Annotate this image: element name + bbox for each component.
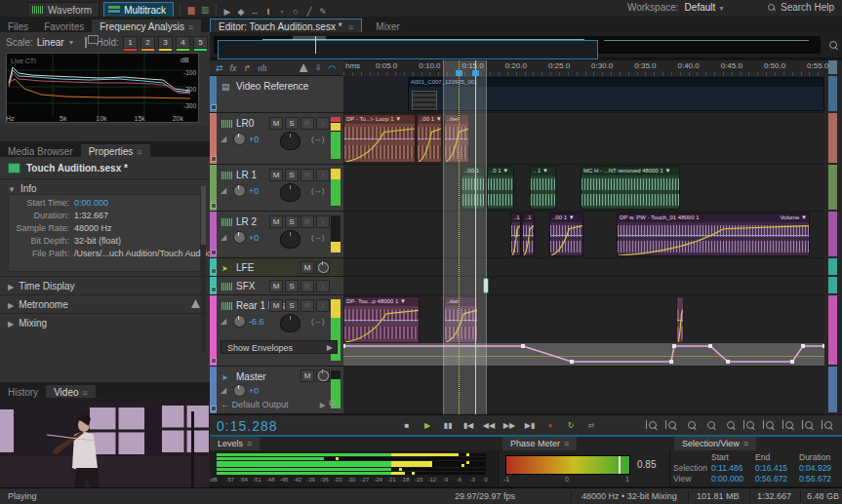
- time-display[interactable]: 0:15.288: [217, 418, 278, 434]
- metronome-icon[interactable]: [191, 299, 200, 308]
- volume-value[interactable]: -6.6: [249, 317, 264, 327]
- vertical-scrollbar[interactable]: [828, 60, 837, 74]
- timeline-ruler[interactable]: 0:05.00:10.00:15.00:20.00:25.00:30.00:35…: [343, 60, 824, 77]
- skip-to-start-button[interactable]: ▮◀: [461, 419, 475, 432]
- brush-tool-icon[interactable]: ✎: [316, 7, 330, 17]
- copy-graph-icon[interactable]: [85, 37, 87, 48]
- track-r-button[interactable]: R: [301, 169, 314, 181]
- track-header-master[interactable]: Master➤M◢+0← Default Output▶Ø: [210, 367, 343, 414]
- zoom-out-full-vertical-button[interactable]: [704, 419, 717, 432]
- zoom-to-selection-button[interactable]: [822, 419, 834, 432]
- pause-button[interactable]: ▮▮: [441, 419, 455, 432]
- navigator-viewport[interactable]: [218, 40, 598, 59]
- track-name[interactable]: LR0: [236, 118, 254, 129]
- hold-button-2[interactable]: 2: [140, 36, 155, 49]
- section-mixing[interactable]: ▶Mixing: [0, 313, 210, 331]
- clip[interactable]: ..00 1 ▼: [417, 114, 442, 163]
- track-s-button[interactable]: S: [285, 169, 299, 181]
- stereo-link-icon[interactable]: (↔): [311, 135, 324, 143]
- volume-value[interactable]: +0: [249, 233, 259, 243]
- tab-selection-view[interactable]: Selection/View≡: [674, 437, 756, 450]
- clip[interactable]: [676, 296, 684, 343]
- track-m-button[interactable]: M: [269, 299, 283, 312]
- monitor-icon[interactable]: ◠: [328, 63, 336, 73]
- marquee-selection-tool-icon[interactable]: ▫: [275, 7, 289, 17]
- slip-tool-icon[interactable]: ↔: [248, 7, 261, 17]
- zoom-in-at-in-point-button[interactable]: [646, 419, 659, 432]
- line-tool-icon[interactable]: ╱: [302, 7, 316, 17]
- time-value[interactable]: 0:00.000: [711, 474, 755, 484]
- hold-button-5[interactable]: 5: [193, 36, 208, 49]
- bypass-icon[interactable]: Ø: [329, 398, 336, 407]
- razor-tool-icon[interactable]: ◆: [234, 7, 248, 17]
- track-i-button[interactable]: I: [316, 169, 330, 181]
- hold-button-1[interactable]: 1: [123, 36, 138, 49]
- show-envelopes-button[interactable]: Show Envelopes▶: [221, 340, 338, 354]
- multitrack-view-button[interactable]: Multitrack: [103, 2, 174, 19]
- skip-to-end-button[interactable]: ▶▮: [523, 419, 537, 432]
- clip[interactable]: MC H - ...NT removed 48000 1 ▼: [581, 166, 680, 210]
- hold-button-4[interactable]: 4: [176, 36, 190, 49]
- track-power-button[interactable]: [316, 261, 330, 274]
- chevron-down-icon[interactable]: ▼: [68, 39, 75, 46]
- track-i-button[interactable]: I: [316, 299, 330, 312]
- playhead-line[interactable]: [475, 60, 476, 414]
- info-field-value[interactable]: 0:00.000: [74, 198, 108, 208]
- pan-knob[interactable]: [280, 132, 301, 150]
- play-button[interactable]: ▶: [421, 419, 434, 432]
- selection-in-handle[interactable]: [456, 70, 462, 76]
- track-header-sfx[interactable]: SFXMSRI: [210, 277, 343, 295]
- track-s-button[interactable]: S: [285, 215, 299, 228]
- track-i-button[interactable]: I: [316, 280, 330, 292]
- track-lane-sfx[interactable]: [343, 277, 824, 295]
- volume-knob[interactable]: [233, 184, 246, 197]
- track-m-button[interactable]: M: [269, 169, 283, 181]
- metronome-icon[interactable]: [300, 63, 308, 72]
- workspace-selector[interactable]: Workspace:Default ▼: [627, 2, 725, 13]
- panel-menu-icon[interactable]: ≡: [137, 147, 141, 157]
- sends-icon[interactable]: ↱: [244, 63, 252, 73]
- loop-playback-button[interactable]: ↻: [564, 419, 578, 432]
- record-button[interactable]: ●: [543, 419, 557, 432]
- section-time-display[interactable]: ▶Time Display: [0, 276, 210, 294]
- tab-levels[interactable]: Levels≡: [210, 437, 260, 450]
- clip[interactable]: ..0 1 ▼: [487, 166, 514, 210]
- track-name[interactable]: Master: [236, 371, 266, 382]
- track-select-box[interactable]: [211, 268, 217, 274]
- volume-knob[interactable]: [233, 231, 246, 244]
- tab-phase-meter[interactable]: Phase Meter≡: [502, 437, 577, 450]
- track-i-button[interactable]: I: [316, 215, 330, 228]
- track-m-button[interactable]: M: [269, 215, 283, 228]
- track-m-button[interactable]: M: [301, 369, 314, 382]
- track-s-button[interactable]: S: [285, 299, 299, 312]
- zoom-in-horizontal-button[interactable]: [743, 419, 756, 432]
- track-select-box[interactable]: [211, 203, 217, 209]
- time-value[interactable]: 0:11.486: [711, 463, 755, 473]
- pan-knob[interactable]: [280, 183, 301, 202]
- track-m-button[interactable]: M: [269, 117, 283, 130]
- track-header-lr1[interactable]: LR 1MSRI◢+0(↔): [210, 165, 343, 212]
- panel-menu-icon[interactable]: ≡: [83, 388, 88, 398]
- drop-zone-icon[interactable]: ⇩: [315, 63, 322, 72]
- lasso-selection-tool-icon[interactable]: ○: [289, 7, 302, 17]
- zoom-out-full-horizontal-button[interactable]: [685, 419, 698, 432]
- dual-display-icon[interactable]: ▥: [198, 5, 212, 15]
- track-header-lr0[interactable]: LR0MSRI◢+0(↔): [210, 113, 343, 165]
- track-i-button[interactable]: I: [316, 117, 330, 130]
- track-header-rear[interactable]: Rear 1 DelayMSRI◢-6.6(↔)Show Envelopes▶: [210, 295, 343, 367]
- track-select-box[interactable]: [211, 406, 217, 411]
- rewind-button[interactable]: ◀◀: [482, 419, 496, 432]
- stereo-link-icon[interactable]: (↔): [311, 317, 324, 326]
- track-header-lr2[interactable]: LR 2MSRI◢+0(↔): [210, 212, 343, 258]
- zoom-out-horizontal-button[interactable]: [763, 419, 776, 432]
- output-selector[interactable]: ← Default Output▶: [221, 399, 326, 411]
- scale-dropdown[interactable]: Linear: [37, 37, 64, 48]
- clip[interactable]: DP - To...\- Loop 1 ▼: [343, 114, 416, 163]
- time-value[interactable]: 0:04.929: [799, 463, 842, 473]
- track-name[interactable]: LR 1: [236, 170, 257, 180]
- clip[interactable]: DP- Tou...p 48000 1 ▼: [343, 296, 420, 343]
- fast-forward-button[interactable]: ▶▶: [502, 419, 516, 432]
- hold-button-3[interactable]: 3: [158, 36, 173, 49]
- track-lane-lfe[interactable]: [343, 258, 824, 277]
- track-name[interactable]: LR 2: [236, 216, 257, 227]
